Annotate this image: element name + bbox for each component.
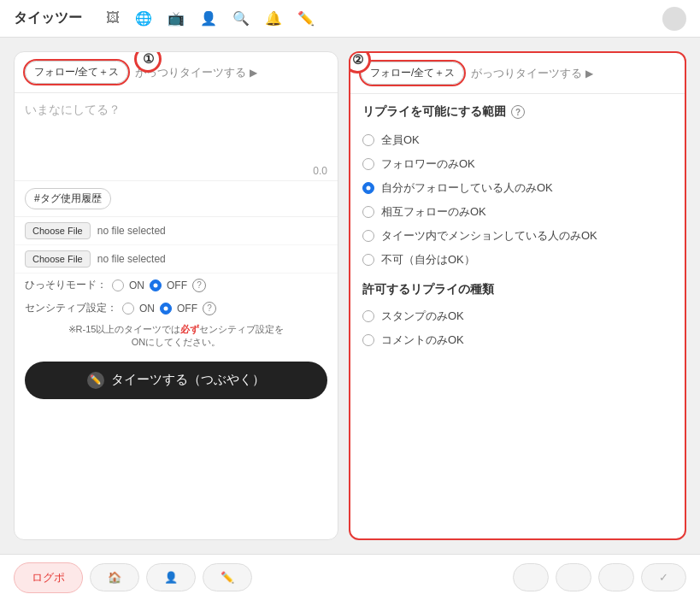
sensitive-label: センシティブ設定： bbox=[25, 301, 117, 315]
type-radio-0[interactable] bbox=[362, 310, 374, 322]
main-area: ① フォロー/全て＋ス がっつりタイーツする ▶ いまなにしてる？ 0.0 #タ… bbox=[0, 38, 700, 554]
choose-file-2-button[interactable]: Choose File bbox=[25, 250, 91, 268]
hissori-on-label: ON bbox=[129, 279, 144, 291]
bottom-right-btn-2[interactable] bbox=[556, 563, 591, 591]
hissori-label: ひっそりモード： bbox=[25, 278, 107, 292]
choose-file-1-button[interactable]: Choose File bbox=[25, 222, 91, 239]
avatar[interactable] bbox=[662, 7, 686, 31]
reply-radio-1[interactable] bbox=[362, 158, 374, 170]
image-icon[interactable]: 🖼 bbox=[106, 10, 120, 26]
sensitive-help-icon[interactable]: ? bbox=[203, 302, 216, 315]
reply-radio-2[interactable] bbox=[362, 182, 374, 194]
edit-bottom-icon: ✏️ bbox=[221, 571, 234, 584]
left-panel-header: フォロー/全て＋ス がっつりタイーツする ▶ bbox=[15, 52, 338, 93]
search-icon[interactable]: 🔍 bbox=[232, 10, 250, 26]
bottom-right-btn-3[interactable] bbox=[598, 563, 634, 591]
profile-button[interactable]: 👤 bbox=[146, 563, 196, 591]
bottom-right-btn-1[interactable] bbox=[513, 563, 549, 591]
reply-option-2[interactable]: 自分がフォローしている人のみOK bbox=[362, 176, 673, 200]
warning-text: ※R-15以上のタイーツでは必ずセンシティブ設定をONにしてください。 bbox=[15, 320, 338, 355]
file-1-status: no file selected bbox=[97, 225, 166, 237]
compose-button[interactable]: ✏️ bbox=[203, 563, 252, 591]
tweet-counter: 0.0 bbox=[15, 162, 338, 181]
bottom-nav: ログポ 🏠 👤 ✏️ ✓ bbox=[0, 554, 700, 600]
hissori-off-radio[interactable] bbox=[150, 279, 162, 291]
top-nav: タイッツー 🖼 🌐 📺 👤 🔍 🔔 ✏️ bbox=[0, 0, 700, 38]
right-follow-all-button[interactable]: フォロー/全て＋ス bbox=[361, 62, 464, 85]
logopo-button[interactable]: ログポ bbox=[14, 562, 83, 593]
nav-icons: 🖼 🌐 📺 👤 🔍 🔔 ✏️ bbox=[106, 10, 315, 26]
right-gatten-button[interactable]: がっつりタイーツする ▶ bbox=[471, 66, 593, 81]
home-icon: 🏠 bbox=[108, 571, 121, 584]
video-icon[interactable]: 📺 bbox=[168, 10, 185, 26]
submit-btn-label: タイーツする（つぶやく） bbox=[111, 372, 265, 388]
section1-title: リプライを可能にする範囲 ? bbox=[362, 104, 673, 120]
sensitive-off-label: OFF bbox=[177, 303, 197, 315]
reply-radio-5[interactable] bbox=[362, 254, 374, 266]
file-2-status: no file selected bbox=[97, 253, 166, 265]
home-button[interactable]: 🏠 bbox=[90, 563, 139, 591]
section2-title: 許可するリプライの種類 bbox=[362, 282, 673, 297]
right-panel-header: フォロー/全て＋ス がっつりタイーツする ▶ bbox=[350, 53, 685, 94]
reply-option-1[interactable]: フォロワーのみOK bbox=[362, 152, 673, 176]
hissori-row: ひっそりモード： ON OFF ? bbox=[15, 274, 338, 297]
app-logo: タイッツー bbox=[14, 9, 82, 27]
hissori-off-label: OFF bbox=[167, 279, 187, 291]
bottom-right-check-btn[interactable]: ✓ bbox=[641, 563, 686, 591]
tweet-submit-button[interactable]: ✏️ タイーツする（つぶやく） bbox=[25, 362, 327, 399]
type-option-1[interactable]: コメントのみOK bbox=[362, 328, 673, 352]
right-panel: ② フォロー/全て＋ス がっつりタイーツする ▶ リプライを可能にする範囲 ? … bbox=[349, 51, 686, 540]
hashtag-button[interactable]: #タグ使用履歴 bbox=[25, 188, 111, 209]
reply-option-5[interactable]: 不可（自分はOK） bbox=[362, 248, 673, 272]
tweet-area[interactable]: いまなにしてる？ bbox=[15, 93, 338, 162]
reply-radio-3[interactable] bbox=[362, 206, 374, 218]
hashtag-area: #タグ使用履歴 bbox=[15, 181, 338, 217]
pencil-nav-icon[interactable]: ✏️ bbox=[297, 10, 315, 26]
user-icon[interactable]: 👤 bbox=[200, 10, 217, 26]
file-row-1: Choose File no file selected bbox=[15, 217, 338, 245]
pencil-submit-icon: ✏️ bbox=[87, 372, 104, 389]
sensitive-on-radio[interactable] bbox=[122, 303, 134, 315]
type-option-0[interactable]: スタンプのみOK bbox=[362, 304, 673, 328]
reply-option-0[interactable]: 全員OK bbox=[362, 128, 673, 152]
file-row-2: Choose File no file selected bbox=[15, 245, 338, 274]
globe-icon[interactable]: 🌐 bbox=[135, 10, 152, 26]
left-panel: ① フォロー/全て＋ス がっつりタイーツする ▶ いまなにしてる？ 0.0 #タ… bbox=[14, 51, 338, 540]
arrow-right-icon: ▶ bbox=[250, 67, 257, 79]
sensitive-off-radio[interactable] bbox=[160, 303, 172, 315]
hissori-help-icon[interactable]: ? bbox=[192, 279, 206, 292]
reply-range-help-icon[interactable]: ? bbox=[511, 105, 525, 119]
tweet-placeholder: いまなにしてる？ bbox=[25, 103, 121, 116]
right-arrow-icon: ▶ bbox=[585, 68, 593, 79]
follow-all-button[interactable]: フォロー/全て＋ス bbox=[25, 61, 128, 84]
sensitive-row: センシティブ設定： ON OFF ? bbox=[15, 297, 338, 320]
bottom-right-buttons: ✓ bbox=[513, 563, 686, 591]
reply-option-4[interactable]: タイーツ内でメンションしている人のみOK bbox=[362, 224, 673, 248]
sensitive-on-label: ON bbox=[139, 303, 155, 315]
reply-option-3[interactable]: 相互フォローのみOK bbox=[362, 200, 673, 224]
hissori-on-radio[interactable] bbox=[112, 279, 124, 291]
right-panel-content: リプライを可能にする範囲 ? 全員OK フォロワーのみOK 自分がフォローしてい… bbox=[350, 94, 685, 537]
type-radio-1[interactable] bbox=[362, 334, 374, 346]
bell-icon[interactable]: 🔔 bbox=[265, 10, 282, 26]
nav-right bbox=[662, 7, 686, 31]
user-bottom-icon: 👤 bbox=[164, 571, 178, 584]
reply-radio-0[interactable] bbox=[362, 134, 374, 146]
reply-radio-4[interactable] bbox=[362, 230, 374, 242]
